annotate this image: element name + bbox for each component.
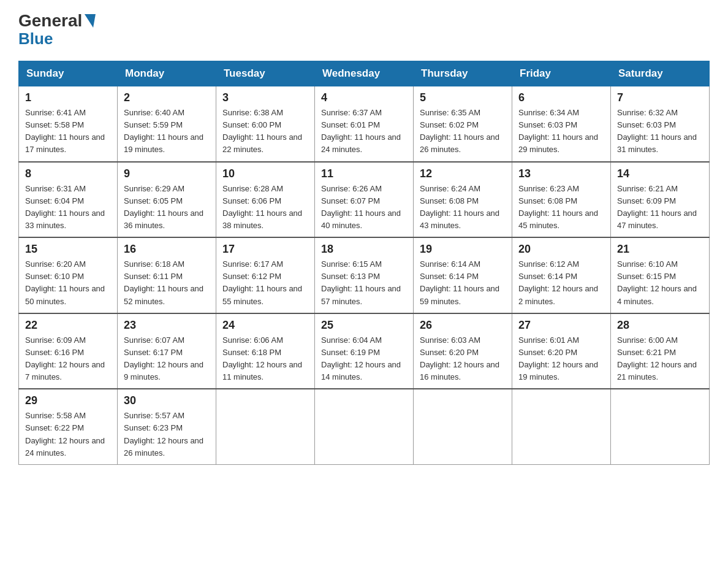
day-info: Sunrise: 6:21 AMSunset: 6:09 PMDaylight:…	[617, 184, 697, 230]
calendar-cell: 2 Sunrise: 6:40 AMSunset: 5:59 PMDayligh…	[118, 86, 216, 162]
day-info: Sunrise: 6:23 AMSunset: 6:08 PMDaylight:…	[518, 184, 598, 230]
day-info: Sunrise: 6:37 AMSunset: 6:01 PMDaylight:…	[321, 108, 401, 154]
day-info: Sunrise: 6:41 AMSunset: 5:58 PMDaylight:…	[25, 108, 105, 154]
day-number: 4	[321, 91, 407, 104]
calendar-week-row: 29 Sunrise: 5:58 AMSunset: 6:22 PMDaylig…	[19, 389, 710, 464]
day-number: 9	[124, 167, 210, 180]
day-number: 18	[321, 243, 407, 256]
calendar-cell: 22 Sunrise: 6:09 AMSunset: 6:16 PMDaylig…	[19, 313, 118, 389]
day-number: 14	[617, 167, 703, 180]
day-info: Sunrise: 6:03 AMSunset: 6:20 PMDaylight:…	[420, 335, 499, 381]
calendar-table: SundayMondayTuesdayWednesdayThursdayFrid…	[18, 61, 710, 465]
day-number: 5	[420, 91, 506, 104]
calendar-cell: 18 Sunrise: 6:15 AMSunset: 6:13 PMDaylig…	[315, 237, 414, 313]
day-number: 22	[25, 319, 111, 332]
calendar-cell: 19 Sunrise: 6:14 AMSunset: 6:14 PMDaylig…	[414, 237, 512, 313]
calendar-cell: 9 Sunrise: 6:29 AMSunset: 6:05 PMDayligh…	[118, 162, 216, 238]
day-number: 23	[124, 319, 210, 332]
weekday-header-sunday: Sunday	[19, 61, 118, 86]
calendar-cell: 29 Sunrise: 5:58 AMSunset: 6:22 PMDaylig…	[19, 389, 118, 464]
calendar-cell: 23 Sunrise: 6:07 AMSunset: 6:17 PMDaylig…	[118, 313, 216, 389]
day-number: 1	[25, 91, 111, 104]
day-number: 13	[518, 167, 604, 180]
day-info: Sunrise: 5:58 AMSunset: 6:22 PMDaylight:…	[25, 411, 105, 457]
calendar-cell: 12 Sunrise: 6:24 AMSunset: 6:08 PMDaylig…	[414, 162, 512, 238]
day-number: 16	[124, 243, 210, 256]
day-number: 7	[617, 91, 703, 104]
day-number: 3	[222, 91, 308, 104]
calendar-cell: 7 Sunrise: 6:32 AMSunset: 6:03 PMDayligh…	[611, 86, 710, 162]
calendar-cell	[216, 389, 315, 464]
calendar-cell: 28 Sunrise: 6:00 AMSunset: 6:21 PMDaylig…	[611, 313, 710, 389]
calendar-cell: 11 Sunrise: 6:26 AMSunset: 6:07 PMDaylig…	[315, 162, 414, 238]
day-info: Sunrise: 6:35 AMSunset: 6:02 PMDaylight:…	[420, 108, 499, 154]
calendar-cell: 16 Sunrise: 6:18 AMSunset: 6:11 PMDaylig…	[118, 237, 216, 313]
calendar-week-row: 22 Sunrise: 6:09 AMSunset: 6:16 PMDaylig…	[19, 313, 710, 389]
logo: General Blue	[18, 12, 94, 48]
calendar-cell: 4 Sunrise: 6:37 AMSunset: 6:01 PMDayligh…	[315, 86, 414, 162]
day-number: 8	[25, 167, 111, 180]
calendar-cell: 25 Sunrise: 6:04 AMSunset: 6:19 PMDaylig…	[315, 313, 414, 389]
calendar-cell: 14 Sunrise: 6:21 AMSunset: 6:09 PMDaylig…	[611, 162, 710, 238]
day-number: 29	[25, 394, 111, 407]
weekday-header-monday: Monday	[118, 61, 216, 86]
day-info: Sunrise: 6:34 AMSunset: 6:03 PMDaylight:…	[518, 108, 598, 154]
day-info: Sunrise: 6:12 AMSunset: 6:14 PMDaylight:…	[518, 259, 598, 305]
day-number: 28	[617, 319, 703, 332]
calendar-cell	[512, 389, 611, 464]
day-number: 20	[518, 243, 604, 256]
day-info: Sunrise: 6:32 AMSunset: 6:03 PMDaylight:…	[617, 108, 697, 154]
calendar-week-row: 1 Sunrise: 6:41 AMSunset: 5:58 PMDayligh…	[19, 86, 710, 162]
calendar-cell: 26 Sunrise: 6:03 AMSunset: 6:20 PMDaylig…	[414, 313, 512, 389]
day-info: Sunrise: 6:18 AMSunset: 6:11 PMDaylight:…	[124, 259, 203, 305]
logo-general: General	[18, 12, 82, 29]
calendar-cell: 13 Sunrise: 6:23 AMSunset: 6:08 PMDaylig…	[512, 162, 611, 238]
weekday-header-thursday: Thursday	[414, 61, 512, 86]
day-number: 15	[25, 243, 111, 256]
calendar-cell: 6 Sunrise: 6:34 AMSunset: 6:03 PMDayligh…	[512, 86, 611, 162]
day-number: 6	[518, 91, 604, 104]
calendar-cell: 30 Sunrise: 5:57 AMSunset: 6:23 PMDaylig…	[118, 389, 216, 464]
day-number: 19	[420, 243, 506, 256]
day-info: Sunrise: 6:24 AMSunset: 6:08 PMDaylight:…	[420, 184, 499, 230]
logo-arrow-icon	[82, 14, 96, 28]
calendar-cell: 15 Sunrise: 6:20 AMSunset: 6:10 PMDaylig…	[19, 237, 118, 313]
calendar-cell: 24 Sunrise: 6:06 AMSunset: 6:18 PMDaylig…	[216, 313, 315, 389]
day-info: Sunrise: 6:28 AMSunset: 6:06 PMDaylight:…	[222, 184, 302, 230]
day-info: Sunrise: 6:09 AMSunset: 6:16 PMDaylight:…	[25, 335, 105, 381]
day-info: Sunrise: 6:15 AMSunset: 6:13 PMDaylight:…	[321, 259, 401, 305]
day-info: Sunrise: 5:57 AMSunset: 6:23 PMDaylight:…	[124, 411, 203, 457]
day-info: Sunrise: 6:10 AMSunset: 6:15 PMDaylight:…	[617, 259, 697, 305]
day-number: 21	[617, 243, 703, 256]
calendar-cell: 1 Sunrise: 6:41 AMSunset: 5:58 PMDayligh…	[19, 86, 118, 162]
day-number: 24	[222, 319, 308, 332]
day-number: 2	[124, 91, 210, 104]
day-number: 27	[518, 319, 604, 332]
day-info: Sunrise: 6:14 AMSunset: 6:14 PMDaylight:…	[420, 259, 499, 305]
day-info: Sunrise: 6:40 AMSunset: 5:59 PMDaylight:…	[124, 108, 203, 154]
day-info: Sunrise: 6:07 AMSunset: 6:17 PMDaylight:…	[124, 335, 203, 381]
day-number: 10	[222, 167, 308, 180]
day-number: 17	[222, 243, 308, 256]
calendar-cell	[315, 389, 414, 464]
calendar-week-row: 8 Sunrise: 6:31 AMSunset: 6:04 PMDayligh…	[19, 162, 710, 238]
calendar-cell: 3 Sunrise: 6:38 AMSunset: 6:00 PMDayligh…	[216, 86, 315, 162]
calendar-cell: 17 Sunrise: 6:17 AMSunset: 6:12 PMDaylig…	[216, 237, 315, 313]
weekday-header-friday: Friday	[512, 61, 611, 86]
day-number: 25	[321, 319, 407, 332]
day-info: Sunrise: 6:17 AMSunset: 6:12 PMDaylight:…	[222, 259, 302, 305]
calendar-cell	[611, 389, 710, 464]
day-info: Sunrise: 6:20 AMSunset: 6:10 PMDaylight:…	[25, 259, 105, 305]
day-number: 11	[321, 167, 407, 180]
calendar-cell: 27 Sunrise: 6:01 AMSunset: 6:20 PMDaylig…	[512, 313, 611, 389]
page-header: General Blue	[18, 12, 710, 48]
weekday-header-tuesday: Tuesday	[216, 61, 315, 86]
calendar-cell: 21 Sunrise: 6:10 AMSunset: 6:15 PMDaylig…	[611, 237, 710, 313]
day-number: 26	[420, 319, 506, 332]
day-info: Sunrise: 6:04 AMSunset: 6:19 PMDaylight:…	[321, 335, 401, 381]
calendar-week-row: 15 Sunrise: 6:20 AMSunset: 6:10 PMDaylig…	[19, 237, 710, 313]
calendar-cell: 20 Sunrise: 6:12 AMSunset: 6:14 PMDaylig…	[512, 237, 611, 313]
day-number: 30	[124, 394, 210, 407]
logo-blue: Blue	[18, 29, 53, 48]
weekday-header-saturday: Saturday	[611, 61, 710, 86]
